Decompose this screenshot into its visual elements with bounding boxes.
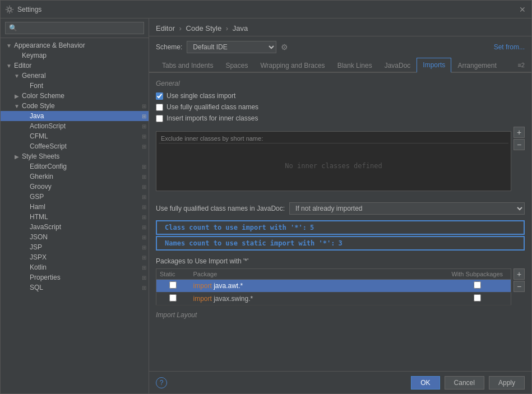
sidebar-item-style-sheets[interactable]: ▶ Style Sheets bbox=[1, 151, 149, 161]
sidebar-item-general[interactable]: ▼ General bbox=[1, 71, 149, 81]
sidebar-item-coffeescript[interactable]: ▶ CoffeeScript ⊞ bbox=[1, 141, 149, 151]
tab-imports[interactable]: Imports bbox=[417, 58, 451, 73]
exclude-remove-button[interactable]: − bbox=[514, 139, 525, 150]
sidebar-item-gsp[interactable]: ▶ GSP ⊞ bbox=[1, 192, 149, 202]
sidebar-item-sql[interactable]: ▶ SQL ⊞ bbox=[1, 282, 149, 293]
copy-icon: ⊞ bbox=[142, 254, 146, 261]
static-count-box: Names count to use static import with '*… bbox=[156, 236, 525, 251]
sidebar-item-kotlin[interactable]: ▶ Kotlin ⊞ bbox=[1, 262, 149, 272]
sidebar-item-code-style[interactable]: ▼ Code Style ⊞ bbox=[1, 101, 149, 111]
scheme-label: Scheme: bbox=[156, 43, 182, 51]
copy-icon: ⊞ bbox=[142, 214, 146, 220]
col-package: Package bbox=[190, 269, 444, 280]
sidebar-item-keymap[interactable]: ▶ Keymap bbox=[1, 50, 149, 61]
row1-package: import java.awt.* bbox=[190, 280, 444, 293]
import-layout-label: Import Layout bbox=[156, 311, 525, 319]
apply-button[interactable]: Apply bbox=[489, 376, 525, 390]
bottom-bar: ? OK Cancel Apply bbox=[149, 371, 531, 393]
exclude-header: Exclude inner classes by short name: bbox=[159, 134, 508, 143]
class-count-label: Class count to use import with '*': bbox=[165, 224, 307, 231]
checkbox-inner-classes-label: Insert imports for inner classes bbox=[166, 114, 258, 122]
checkbox-fully-qualified: Use fully qualified class names bbox=[156, 103, 525, 111]
tab-tabs-indents[interactable]: Tabs and Indents bbox=[156, 58, 219, 73]
sidebar-item-actionscript[interactable]: ▶ ActionScript ⊞ bbox=[1, 121, 149, 131]
copy-icon: ⊞ bbox=[142, 204, 146, 210]
svg-point-0 bbox=[8, 8, 11, 11]
sidebar-item-groovy[interactable]: ▶ Groovy ⊞ bbox=[1, 182, 149, 192]
table-row[interactable]: import java.awt.* bbox=[156, 280, 511, 293]
exclude-box: Exclude inner classes by short name: No … bbox=[156, 131, 511, 191]
checkbox-inner-classes-input[interactable] bbox=[156, 115, 163, 122]
scheme-gear-icon[interactable]: ⚙ bbox=[281, 43, 288, 52]
cancel-button[interactable]: Cancel bbox=[445, 376, 484, 390]
tab-wrapping[interactable]: Wrapping and Braces bbox=[254, 58, 331, 73]
copy-icon: ⊞ bbox=[142, 113, 146, 119]
col-static: Static bbox=[156, 269, 190, 280]
right-panel: Editor › Code Style › Java Scheme: Defau… bbox=[149, 18, 531, 393]
sidebar-item-jspx[interactable]: ▶ JSPX ⊞ bbox=[1, 252, 149, 262]
copy-icon: ⊞ bbox=[142, 265, 146, 271]
window-title: Settings bbox=[17, 6, 518, 13]
tab-javadoc[interactable]: JavaDoc bbox=[378, 58, 417, 73]
checkbox-single-class: Use single class import bbox=[156, 92, 525, 100]
copy-icon: ⊞ bbox=[142, 275, 146, 281]
row2-subpackages-checkbox[interactable] bbox=[474, 294, 481, 302]
packages-remove-button[interactable]: − bbox=[514, 281, 525, 292]
copy-icon: ⊞ bbox=[142, 103, 146, 109]
breadcrumb-part-1: Editor bbox=[156, 24, 175, 33]
sidebar-item-jsp[interactable]: ▶ JSP ⊞ bbox=[1, 242, 149, 252]
main-content: General Use single class import Use full… bbox=[149, 73, 531, 371]
copy-icon: ⊞ bbox=[142, 133, 146, 140]
checkbox-fully-qualified-input[interactable] bbox=[156, 104, 163, 111]
tree-panel: ▼ Appearance & Behavior ▶ Keymap ▼ Edito… bbox=[1, 38, 149, 393]
tab-spaces[interactable]: Spaces bbox=[219, 58, 254, 73]
row2-static-checkbox[interactable] bbox=[169, 294, 177, 302]
sidebar-item-properties[interactable]: ▶ Properties ⊞ bbox=[1, 272, 149, 282]
tab-more[interactable]: ≡2 bbox=[517, 62, 525, 68]
sidebar-item-java[interactable]: ▶ Java ⊞ bbox=[1, 111, 149, 121]
sidebar-item-javascript[interactable]: ▶ JavaScript ⊞ bbox=[1, 222, 149, 232]
sidebar-item-gherkin[interactable]: ▶ Gherkin ⊞ bbox=[1, 171, 149, 182]
copy-icon: ⊞ bbox=[142, 194, 146, 200]
scheme-select[interactable]: Default IDE bbox=[187, 41, 276, 53]
scheme-row: Scheme: Default IDE ⚙ Set from... bbox=[149, 36, 531, 58]
set-from-link[interactable]: Set from... bbox=[494, 43, 525, 51]
ok-button[interactable]: OK bbox=[411, 376, 440, 390]
tab-arrangement[interactable]: Arrangement bbox=[451, 58, 502, 73]
packages-add-button[interactable]: + bbox=[514, 268, 525, 280]
row1-static-checkbox[interactable] bbox=[169, 281, 177, 289]
row2-package: import javax.swing.* bbox=[190, 293, 444, 305]
help-button[interactable]: ? bbox=[156, 377, 167, 388]
packages-side-buttons: + − bbox=[514, 268, 525, 292]
copy-icon: ⊞ bbox=[142, 123, 146, 129]
checkbox-fully-qualified-label: Use fully qualified class names bbox=[166, 103, 258, 111]
table-row[interactable]: import javax.swing.* bbox=[156, 293, 511, 305]
close-button[interactable]: ✕ bbox=[518, 5, 527, 14]
sidebar-item-html[interactable]: ▶ HTML ⊞ bbox=[1, 212, 149, 222]
tabs-bar: Tabs and Indents Spaces Wrapping and Bra… bbox=[149, 58, 531, 73]
checkbox-single-class-label: Use single class import bbox=[166, 92, 235, 100]
sidebar-item-editor[interactable]: ▼ Editor bbox=[1, 61, 149, 71]
sidebar-item-font[interactable]: ▶ Font bbox=[1, 81, 149, 91]
sidebar-item-color-scheme[interactable]: ▶ Color Scheme bbox=[1, 91, 149, 101]
sidebar-item-appearance-behavior[interactable]: ▼ Appearance & Behavior bbox=[1, 40, 149, 50]
exclude-add-button[interactable]: + bbox=[514, 127, 525, 138]
search-input[interactable] bbox=[5, 22, 144, 34]
tab-blank-lines[interactable]: Blank Lines bbox=[331, 58, 378, 73]
copy-icon: ⊞ bbox=[142, 184, 146, 190]
sidebar-item-cfml[interactable]: ▶ CFML ⊞ bbox=[1, 131, 149, 141]
expand-arrow: ▼ bbox=[5, 41, 13, 49]
qualified-select[interactable]: If not already imported Always Never bbox=[289, 202, 525, 215]
sidebar-item-haml[interactable]: ▶ Haml ⊞ bbox=[1, 202, 149, 212]
left-panel: ▼ Appearance & Behavior ▶ Keymap ▼ Edito… bbox=[1, 18, 149, 393]
copy-icon: ⊞ bbox=[142, 244, 146, 251]
settings-icon bbox=[5, 5, 14, 14]
row1-subpackages-checkbox[interactable] bbox=[474, 281, 481, 289]
packages-section: Packages to Use Import with '*' Static P… bbox=[156, 257, 525, 305]
checkbox-single-class-input[interactable] bbox=[156, 92, 163, 100]
copy-icon: ⊞ bbox=[142, 224, 146, 230]
sidebar-item-json[interactable]: ▶ JSON ⊞ bbox=[1, 232, 149, 242]
sidebar-item-editorconfig[interactable]: ▶ EditorConfig ⊞ bbox=[1, 161, 149, 171]
checkbox-inner-classes: Insert imports for inner classes bbox=[156, 114, 525, 122]
search-box bbox=[1, 18, 149, 38]
